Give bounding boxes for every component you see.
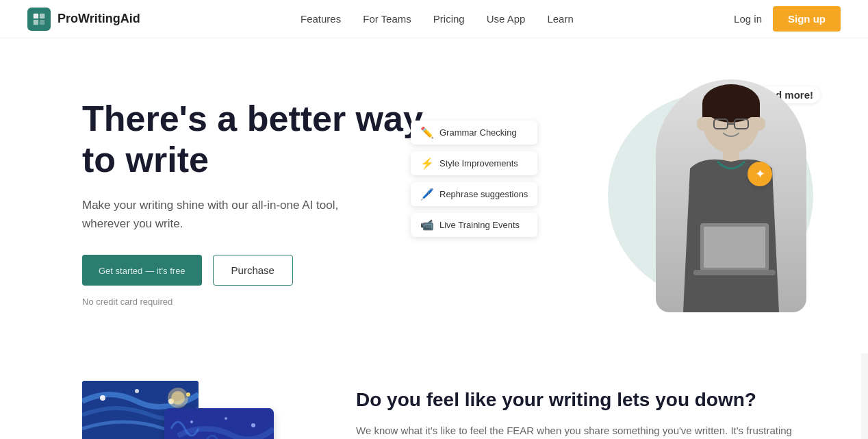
rephrase-icon: 🖊️	[420, 188, 434, 201]
lower-description: We know what it's like to feel the FEAR …	[356, 422, 813, 439]
login-button[interactable]: Log in	[734, 13, 762, 25]
pill-training-label: Live Training Events	[439, 220, 520, 230]
svg-rect-3	[40, 19, 44, 24]
brand-name: ProWritingAid	[58, 12, 140, 26]
lower-section: My idea in my head Do you feel like your…	[0, 353, 868, 439]
svg-point-11	[754, 117, 765, 131]
blue-card-image: My idea in my head	[164, 408, 274, 439]
get-started-button[interactable]: Get started — it's free	[82, 255, 202, 286]
nav-features[interactable]: Features	[301, 13, 341, 25]
for-teams-link[interactable]: For Teams	[363, 13, 411, 25]
pricing-link[interactable]: Pricing	[433, 13, 465, 25]
feature-pills: ✏️ Grammar Checking ⚡ Style Improvements…	[411, 121, 537, 237]
nav-links: Features For Teams Pricing Use App Learn	[301, 13, 574, 25]
svg-point-10	[697, 117, 708, 131]
use-app-link[interactable]: Use App	[487, 13, 526, 25]
hero-right: ...and more! ✏️ Grammar Checking ⚡ Style…	[438, 79, 813, 326]
pill-training: 📹 Live Training Events	[411, 213, 537, 237]
svg-rect-6	[702, 103, 760, 117]
hero-title: There's a better way to write	[82, 99, 438, 181]
person-illustration	[656, 79, 806, 312]
hero-section: There's a better way to write Make your …	[0, 38, 868, 353]
hero-subtitle: Make your writing shine with our all-in-…	[82, 196, 383, 233]
signup-button[interactable]: Sign up	[773, 6, 841, 32]
navbar-actions: Log in Sign up	[734, 6, 841, 32]
svg-point-18	[135, 389, 139, 393]
svg-rect-1	[40, 13, 44, 18]
star-badge: ✦	[748, 162, 772, 186]
cta-primary-suffix: — it's free	[145, 266, 185, 276]
svg-point-22	[171, 391, 185, 405]
nav-pricing[interactable]: Pricing	[433, 13, 465, 25]
svg-rect-15	[693, 270, 776, 275]
svg-rect-0	[34, 13, 38, 18]
pill-rephrase: 🖊️ Rephrase suggestions	[411, 182, 537, 206]
logo-icon	[27, 8, 51, 31]
pill-grammar-label: Grammar Checking	[439, 127, 517, 138]
svg-rect-2	[34, 19, 38, 24]
cta-primary-label: Get started	[99, 266, 142, 276]
hero-left: There's a better way to write Make your …	[82, 99, 438, 307]
svg-point-17	[100, 395, 105, 401]
pill-style-label: Style Improvements	[439, 158, 518, 168]
lower-images: My idea in my head	[82, 381, 315, 439]
svg-point-26	[225, 417, 227, 420]
training-icon: 📹	[420, 218, 434, 231]
hero-ctas: Get started — it's free Purchase	[82, 255, 438, 286]
svg-point-27	[251, 423, 255, 427]
pill-style: ⚡ Style Improvements	[411, 151, 537, 175]
learn-link[interactable]: Learn	[547, 13, 573, 25]
hero-note: No credit card required	[82, 297, 438, 307]
nav-for-teams[interactable]: For Teams	[363, 13, 411, 25]
navbar: ProWritingAid Features For Teams Pricing…	[0, 0, 868, 38]
pill-grammar: ✏️ Grammar Checking	[411, 121, 537, 145]
pill-rephrase-label: Rephrase suggestions	[439, 189, 528, 199]
nav-use-app[interactable]: Use App	[487, 13, 526, 25]
grammar-icon: ✏️	[420, 126, 434, 139]
svg-point-25	[190, 421, 193, 423]
nav-learn[interactable]: Learn	[547, 13, 573, 25]
lower-title: Do you feel like your writing lets you d…	[356, 388, 813, 412]
svg-rect-14	[704, 227, 765, 268]
style-icon: ⚡	[420, 157, 434, 170]
brand-logo[interactable]: ProWritingAid	[27, 8, 140, 31]
purchase-button[interactable]: Purchase	[213, 255, 293, 286]
lower-text: Do you feel like your writing lets you d…	[356, 381, 813, 439]
features-link[interactable]: Features	[301, 13, 341, 25]
